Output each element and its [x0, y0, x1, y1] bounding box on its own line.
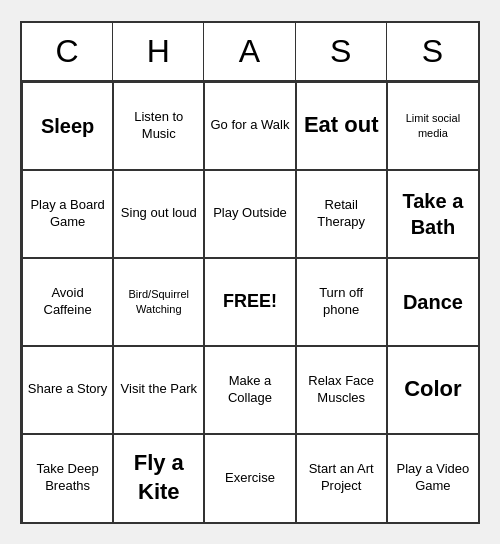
cell-7: Play Outside: [204, 170, 295, 258]
cell-1: Listen to Music: [113, 82, 204, 170]
header-letter-h: H: [113, 23, 204, 80]
cell-24: Play a Video Game: [387, 434, 478, 522]
cell-21: Fly a Kite: [113, 434, 204, 522]
cell-18: Relax Face Muscles: [296, 346, 387, 434]
cell-3: Eat out: [296, 82, 387, 170]
cell-12: FREE!: [204, 258, 295, 346]
cell-17: Make a Collage: [204, 346, 295, 434]
cell-15: Share a Story: [22, 346, 113, 434]
bingo-grid: SleepListen to MusicGo for a WalkEat out…: [22, 82, 478, 522]
header-letter-s: S: [296, 23, 387, 80]
header-letter-a: A: [204, 23, 295, 80]
cell-23: Start an Art Project: [296, 434, 387, 522]
cell-11: Bird/Squirrel Watching: [113, 258, 204, 346]
cell-2: Go for a Walk: [204, 82, 295, 170]
cell-22: Exercise: [204, 434, 295, 522]
bingo-card: CHASS SleepListen to MusicGo for a WalkE…: [20, 21, 480, 524]
cell-20: Take Deep Breaths: [22, 434, 113, 522]
cell-0: Sleep: [22, 82, 113, 170]
cell-5: Play a Board Game: [22, 170, 113, 258]
header-letter-c: C: [22, 23, 113, 80]
cell-10: Avoid Caffeine: [22, 258, 113, 346]
cell-16: Visit the Park: [113, 346, 204, 434]
cell-8: Retail Therapy: [296, 170, 387, 258]
cell-6: Sing out loud: [113, 170, 204, 258]
header-letter-s: S: [387, 23, 478, 80]
cell-19: Color: [387, 346, 478, 434]
cell-4: Limit social media: [387, 82, 478, 170]
cell-9: Take a Bath: [387, 170, 478, 258]
cell-13: Turn off phone: [296, 258, 387, 346]
header-row: CHASS: [22, 23, 478, 82]
cell-14: Dance: [387, 258, 478, 346]
